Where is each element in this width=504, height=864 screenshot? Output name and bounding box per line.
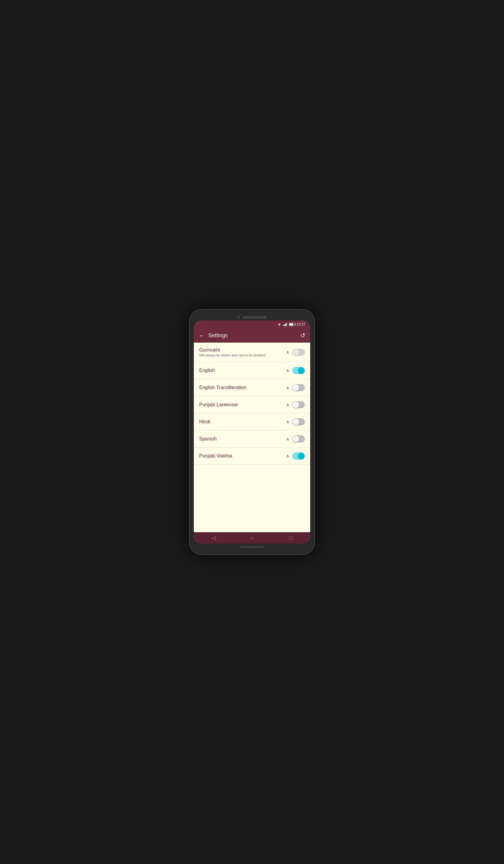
settings-item-hindi: Hindi ∧ bbox=[194, 413, 310, 431]
battery-icon bbox=[289, 323, 295, 326]
settings-content: Gurmukhi Will always be shown and cannot… bbox=[194, 343, 310, 532]
settings-item-left-gurmukhi: Gurmukhi Will always be shown and cannot… bbox=[199, 347, 286, 357]
settings-label-gurmukhi: Gurmukhi bbox=[199, 347, 286, 353]
settings-item-gurmukhi: Gurmukhi Will always be shown and cannot… bbox=[194, 343, 310, 362]
settings-label-spanish: Spanish bbox=[199, 436, 286, 442]
status-time: 13:27 bbox=[296, 322, 305, 326]
wifi-icon bbox=[277, 323, 282, 326]
svg-rect-2 bbox=[285, 324, 285, 326]
nav-home-button[interactable]: ○ bbox=[251, 535, 254, 541]
phone-screen: 13:27 ← Settings ↺ Gurmukhi Will always … bbox=[194, 320, 310, 544]
toggle-english[interactable] bbox=[292, 367, 305, 374]
settings-item-punjabi-lareevaar: Punjabi Lareevaar ∧ bbox=[194, 396, 310, 413]
toggle-gurmukhi[interactable] bbox=[292, 349, 305, 356]
chevron-up-icon-gurmukhi[interactable]: ∧ bbox=[286, 350, 289, 354]
settings-sublabel-gurmukhi: Will always be shown and cannot be disab… bbox=[199, 353, 286, 357]
chevron-up-icon-english-transliteration[interactable]: ∧ bbox=[286, 385, 289, 390]
toggle-punjabi-viakhia[interactable] bbox=[292, 453, 305, 459]
nav-bar: ◁ ○ □ bbox=[194, 532, 310, 544]
chevron-up-icon-spanish[interactable]: ∧ bbox=[286, 437, 289, 441]
settings-controls-punjabi-viakhia: ∧ bbox=[286, 453, 305, 459]
settings-item-left-english-transliteration: English Transliteration bbox=[199, 385, 286, 390]
undo-button[interactable]: ↺ bbox=[300, 332, 305, 339]
settings-label-english-transliteration: English Transliteration bbox=[199, 385, 286, 390]
app-bar: ← Settings ↺ bbox=[194, 328, 310, 343]
back-button[interactable]: ← bbox=[199, 333, 205, 338]
earpiece-speaker bbox=[243, 316, 267, 319]
svg-point-0 bbox=[279, 325, 280, 326]
toggle-punjabi-lareevaar[interactable] bbox=[292, 401, 305, 408]
nav-back-button[interactable]: ◁ bbox=[212, 535, 216, 541]
bottom-speaker bbox=[240, 546, 264, 548]
settings-item-left-punjabi-viakhia: Punjabi Viakhia bbox=[199, 453, 286, 459]
nav-recents-button[interactable]: □ bbox=[289, 535, 292, 541]
settings-label-punjabi-lareevaar: Punjabi Lareevaar bbox=[199, 402, 286, 407]
settings-label-english: English bbox=[199, 368, 286, 373]
signal-icon bbox=[283, 323, 287, 326]
settings-item-left-spanish: Spanish bbox=[199, 436, 286, 442]
svg-rect-1 bbox=[283, 325, 284, 326]
settings-controls-punjabi-lareevaar: ∧ bbox=[286, 401, 305, 408]
settings-item-spanish: Spanish ∧ bbox=[194, 431, 310, 448]
settings-item-left-english: English bbox=[199, 368, 286, 373]
front-camera bbox=[237, 316, 240, 319]
settings-controls-english: ∧ bbox=[286, 367, 305, 374]
chevron-up-icon-punjabi-lareevaar[interactable]: ∧ bbox=[286, 403, 289, 407]
settings-item-punjabi-viakhia: Punjabi Viakhia ∧ bbox=[194, 448, 310, 465]
status-bar: 13:27 bbox=[194, 320, 310, 328]
chevron-up-icon-english[interactable]: ∧ bbox=[286, 368, 289, 373]
toggle-english-transliteration[interactable] bbox=[292, 384, 305, 391]
chevron-up-icon-punjabi-viakhia[interactable]: ∧ bbox=[286, 454, 289, 458]
chevron-up-icon-hindi[interactable]: ∧ bbox=[286, 420, 289, 424]
settings-item-english-transliteration: English Transliteration ∧ bbox=[194, 379, 310, 396]
toggle-spanish[interactable] bbox=[292, 435, 305, 443]
settings-label-punjabi-viakhia: Punjabi Viakhia bbox=[199, 453, 286, 459]
phone-top-bar bbox=[194, 314, 310, 320]
phone-bottom-bar bbox=[194, 544, 310, 550]
settings-item-left-punjabi-lareevaar: Punjabi Lareevaar bbox=[199, 402, 286, 407]
svg-rect-3 bbox=[286, 323, 287, 326]
settings-controls-hindi: ∧ bbox=[286, 418, 305, 425]
settings-controls-gurmukhi: ∧ bbox=[286, 349, 305, 356]
app-bar-title: Settings bbox=[208, 333, 228, 339]
app-bar-left: ← Settings bbox=[199, 333, 228, 339]
phone-shell: 13:27 ← Settings ↺ Gurmukhi Will always … bbox=[189, 309, 315, 555]
settings-label-hindi: Hindi bbox=[199, 419, 286, 424]
settings-controls-spanish: ∧ bbox=[286, 435, 305, 443]
settings-item-english: English ∧ bbox=[194, 362, 310, 379]
settings-controls-english-transliteration: ∧ bbox=[286, 384, 305, 391]
svg-rect-4 bbox=[287, 323, 287, 326]
toggle-hindi[interactable] bbox=[292, 418, 305, 425]
status-icons: 13:27 bbox=[277, 322, 305, 326]
settings-item-left-hindi: Hindi bbox=[199, 419, 286, 424]
